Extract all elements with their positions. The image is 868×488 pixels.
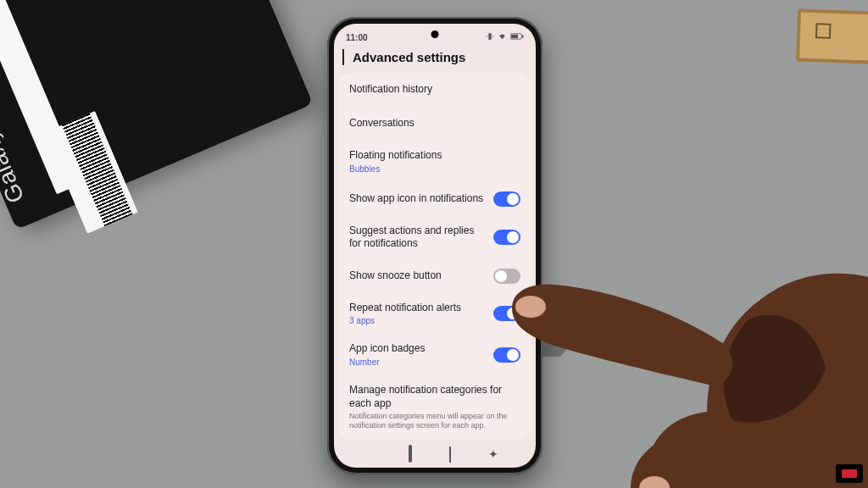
- settings-content: Notification history Conversations Float…: [334, 73, 536, 442]
- label: Floating notifications: [349, 149, 442, 163]
- nav-back-button[interactable]: [449, 446, 451, 462]
- row-repeat-alerts[interactable]: Repeat notification alerts 3 apps: [339, 293, 531, 335]
- statusbar-time: 11:00: [346, 33, 368, 42]
- camera-punch-hole: [431, 30, 439, 38]
- back-icon: [449, 446, 451, 463]
- row-notification-history[interactable]: Notification history: [339, 73, 531, 107]
- sublabel: Bubbles: [349, 164, 442, 174]
- toggle-show-app-icon[interactable]: [493, 191, 520, 207]
- row-floating-notifications[interactable]: Floating notifications Bubbles: [339, 141, 531, 182]
- label: Manage notification categories for each …: [349, 384, 520, 410]
- svg-rect-2: [522, 35, 524, 37]
- toggle-app-icon-badges[interactable]: [493, 347, 520, 363]
- description: Notification categories menu will appear…: [349, 412, 520, 431]
- chevron-left-icon: [342, 49, 344, 65]
- row-snooze-button[interactable]: Show snooze button: [339, 259, 531, 293]
- svg-rect-1: [511, 35, 518, 38]
- sublabel: 3 apps: [349, 316, 461, 325]
- vibrate-icon: [486, 32, 494, 42]
- product-box: Galaxy S25 Ultra: [0, 0, 313, 230]
- nav-assistant-button[interactable]: ✦: [488, 446, 498, 462]
- nav-bar: ✦: [334, 442, 536, 468]
- toggle-repeat-alerts[interactable]: [493, 306, 520, 321]
- label: Conversations: [349, 117, 415, 130]
- wood-block-prop: [796, 8, 868, 64]
- wifi-icon: [498, 32, 507, 42]
- row-suggest-actions[interactable]: Suggest actions and replies for notifica…: [339, 216, 531, 259]
- settings-card-main: Notification history Conversations Float…: [339, 73, 531, 440]
- sublabel: Number: [349, 358, 425, 367]
- label: Show app icon in notifications: [349, 192, 483, 206]
- nav-home-button[interactable]: [409, 446, 412, 462]
- back-button[interactable]: [342, 49, 344, 64]
- label: App icon badges: [349, 342, 425, 356]
- row-manage-categories[interactable]: Manage notification categories for each …: [339, 375, 531, 440]
- row-app-icon-badges[interactable]: App icon badges Number: [339, 334, 531, 375]
- label: Show snooze button: [349, 269, 442, 283]
- home-icon: [409, 445, 412, 463]
- appbar: Advanced settings: [334, 44, 536, 73]
- label: Notification history: [349, 83, 432, 97]
- label: Suggest actions and replies for notifica…: [349, 225, 485, 251]
- assistant-star-icon: ✦: [488, 447, 498, 461]
- toggle-snooze[interactable]: [493, 269, 520, 284]
- toggle-suggest-actions[interactable]: [493, 230, 520, 245]
- phone-screen: 11:00 Advanced settings Notification: [334, 24, 536, 468]
- page-title: Advanced settings: [353, 50, 465, 64]
- label: Repeat notification alerts: [349, 302, 461, 315]
- video-watermark: [836, 464, 863, 483]
- row-show-app-icon[interactable]: Show app icon in notifications: [339, 182, 531, 216]
- battery-icon: [510, 32, 524, 42]
- row-conversations[interactable]: Conversations: [339, 107, 531, 141]
- svg-point-4: [639, 476, 670, 488]
- phone-frame: 11:00 Advanced settings Notification: [327, 17, 542, 474]
